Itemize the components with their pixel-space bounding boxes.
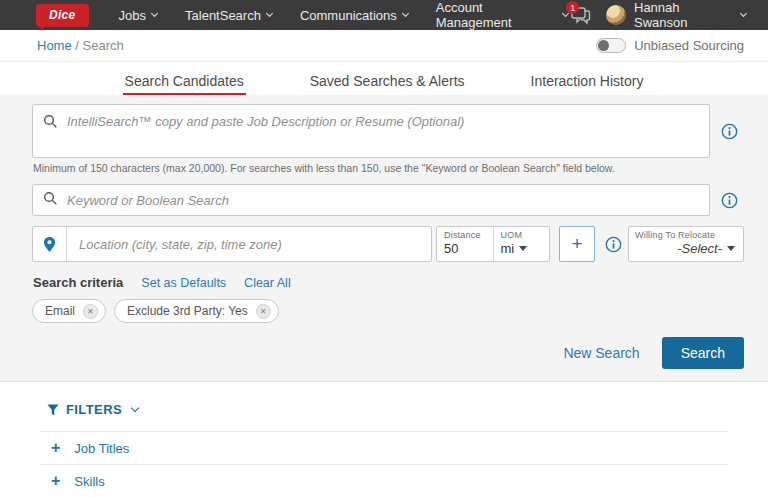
user-name: Hannah Swanson bbox=[634, 0, 735, 30]
willing-to-relocate-select[interactable]: Willing To Relocate -Select- bbox=[628, 226, 744, 262]
top-navbar: Dice Jobs TalentSearch Communications Ac… bbox=[0, 0, 768, 30]
add-location-button[interactable]: + bbox=[559, 226, 595, 262]
keyword-input[interactable] bbox=[67, 193, 699, 208]
breadcrumb-bar: Home / Search Unbiased Sourcing bbox=[0, 30, 768, 62]
breadcrumb: Home / Search bbox=[37, 38, 124, 53]
location-input[interactable] bbox=[67, 237, 431, 252]
uom-value: mi bbox=[501, 241, 515, 256]
intellisearch-field[interactable] bbox=[32, 104, 710, 158]
chevron-down-icon bbox=[131, 404, 139, 412]
expand-plus-icon: + bbox=[51, 473, 60, 489]
menu-account-management[interactable]: Account Management bbox=[436, 0, 569, 30]
keyword-field[interactable] bbox=[32, 184, 710, 216]
tab-search-candidates[interactable]: Search Candidates bbox=[123, 66, 246, 95]
intellisearch-input[interactable] bbox=[67, 114, 699, 154]
info-icon[interactable] bbox=[721, 192, 738, 209]
search-icon bbox=[43, 114, 58, 133]
filters-title: FILTERS bbox=[66, 402, 122, 417]
chip-email: Email × bbox=[32, 299, 106, 323]
unbiased-sourcing-label: Unbiased Sourcing bbox=[634, 38, 744, 53]
relocate-value: -Select- bbox=[677, 241, 722, 256]
breadcrumb-home-link[interactable]: Home bbox=[37, 38, 72, 53]
toggle-knob bbox=[598, 40, 609, 51]
expand-plus-icon: + bbox=[51, 440, 60, 456]
search-tabs: Search Candidates Saved Searches & Alert… bbox=[0, 62, 768, 95]
filter-funnel-icon bbox=[47, 404, 59, 416]
distance-field[interactable]: Distance 50 bbox=[437, 227, 493, 261]
menu-talentsearch[interactable]: TalentSearch bbox=[185, 0, 272, 30]
distance-value[interactable]: 50 bbox=[444, 241, 493, 256]
location-pin-icon bbox=[43, 236, 56, 253]
info-icon[interactable] bbox=[605, 236, 622, 253]
intellisearch-helper-text: Minimum of 150 characters (max 20,000). … bbox=[33, 162, 744, 174]
remove-chip-icon[interactable]: × bbox=[83, 304, 98, 319]
filter-skills[interactable]: + Skills bbox=[40, 464, 728, 497]
chevron-down-icon bbox=[151, 10, 158, 17]
distance-label: Distance bbox=[444, 230, 493, 240]
tab-interaction-history[interactable]: Interaction History bbox=[529, 66, 646, 95]
breadcrumb-current: Search bbox=[83, 38, 124, 53]
navbar-right: 1 Hannah Swanson bbox=[568, 0, 746, 30]
avatar bbox=[606, 5, 626, 25]
criteria-chips: Email × Exclude 3rd Party: Yes × bbox=[32, 299, 744, 323]
uom-select[interactable]: UOM mi bbox=[493, 227, 550, 261]
filter-job-titles[interactable]: + Job Titles bbox=[40, 431, 728, 464]
chevron-down-icon bbox=[266, 10, 273, 17]
tab-saved-searches-alerts[interactable]: Saved Searches & Alerts bbox=[308, 66, 467, 95]
menu-jobs[interactable]: Jobs bbox=[119, 0, 157, 30]
search-criteria-title: Search criteria bbox=[33, 275, 123, 290]
search-panel: Minimum of 150 characters (max 20,000). … bbox=[0, 95, 768, 382]
relocate-label: Willing To Relocate bbox=[635, 230, 735, 240]
dropdown-arrow-icon bbox=[519, 246, 527, 251]
dropdown-arrow-icon bbox=[727, 246, 735, 251]
unbiased-sourcing-toggle[interactable] bbox=[596, 38, 626, 53]
uom-label: UOM bbox=[501, 230, 550, 240]
user-menu[interactable]: Hannah Swanson bbox=[606, 0, 746, 30]
filters-section: FILTERS + Job Titles + Skills + Companie… bbox=[0, 382, 768, 497]
main-menu: Jobs TalentSearch Communications Account… bbox=[119, 0, 569, 30]
location-field[interactable] bbox=[32, 226, 432, 262]
menu-communications[interactable]: Communications bbox=[300, 0, 408, 30]
filters-header[interactable]: FILTERS bbox=[40, 398, 728, 431]
search-icon bbox=[43, 191, 58, 210]
chip-exclude-3rd-party: Exclude 3rd Party: Yes × bbox=[114, 299, 279, 323]
dice-logo[interactable]: Dice bbox=[36, 4, 89, 27]
chevron-down-icon bbox=[402, 10, 409, 17]
info-icon[interactable] bbox=[721, 123, 738, 140]
chevron-down-icon bbox=[740, 10, 747, 17]
remove-chip-icon[interactable]: × bbox=[256, 304, 271, 319]
set-as-defaults-link[interactable]: Set as Defaults bbox=[141, 276, 226, 290]
clear-all-link[interactable]: Clear All bbox=[244, 276, 291, 290]
search-button[interactable]: Search bbox=[662, 337, 744, 369]
messages-icon[interactable]: 1 bbox=[568, 5, 592, 25]
new-search-link[interactable]: New Search bbox=[563, 345, 639, 361]
